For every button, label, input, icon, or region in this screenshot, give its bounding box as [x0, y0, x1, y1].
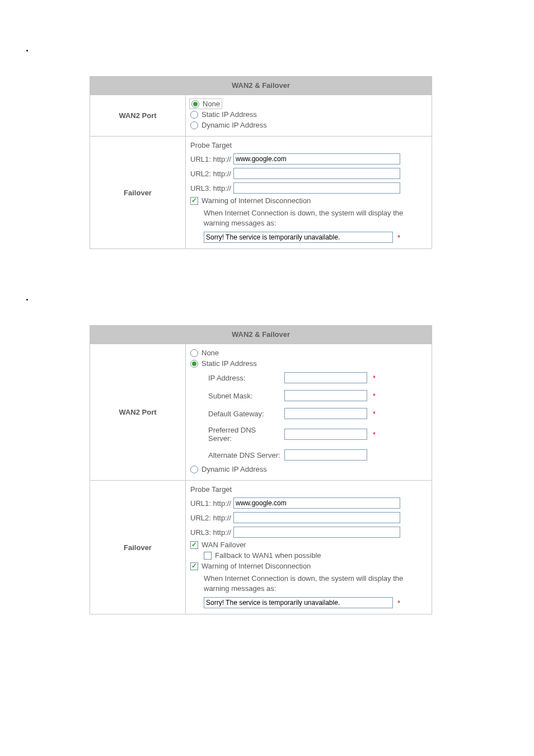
- preferred-dns-label: Preferred DNS Server:: [208, 426, 281, 443]
- wan2-port-row: WAN2 Port None Static IP Address IP Addr…: [90, 344, 432, 480]
- wan2-none-label: None: [202, 349, 219, 357]
- default-gateway-label: Default Gateway:: [208, 410, 281, 418]
- required-asterisk: *: [373, 392, 376, 400]
- ip-address-input[interactable]: [284, 372, 367, 383]
- probe-target-label: Probe Target: [190, 140, 427, 152]
- wan-failover-label: WAN Failover: [202, 541, 246, 549]
- warn-desc-text: When Internet Connection is down, the sy…: [190, 571, 427, 595]
- subnet-mask-input[interactable]: [284, 390, 367, 401]
- warn-disconnect-label: Warning of Internet Disconnection: [202, 196, 311, 205]
- failover-row: Failover Probe Target URL1: http:// URL2…: [90, 480, 432, 614]
- wan2-dynamic-label: Dynamic IP Address: [202, 465, 267, 473]
- required-asterisk: *: [397, 599, 400, 607]
- wan2-static-radio[interactable]: [190, 360, 198, 368]
- default-gateway-input[interactable]: [284, 408, 367, 419]
- fallback-wan1-checkbox[interactable]: [204, 552, 212, 560]
- wan2-failover-panel-2: WAN2 & Failover WAN2 Port None Static IP…: [90, 325, 432, 614]
- warn-message-input[interactable]: [204, 232, 393, 243]
- url1-input[interactable]: [233, 153, 400, 165]
- wan2-dynamic-radio[interactable]: [190, 466, 198, 473]
- preferred-dns-input[interactable]: [284, 429, 367, 440]
- wan2-port-row: WAN2 Port None Static IP Address Dynamic…: [90, 95, 432, 136]
- warn-disconnect-checkbox[interactable]: [190, 562, 198, 570]
- alternate-dns-input[interactable]: [284, 449, 367, 461]
- panel-title: WAN2 & Failover: [90, 77, 432, 95]
- wan2-port-label: WAN2 Port: [90, 344, 186, 480]
- url2-label: URL2: http://: [190, 170, 231, 178]
- failover-label: Failover: [90, 481, 186, 614]
- alternate-dns-label: Alternate DNS Server:: [208, 451, 281, 459]
- panel-title: WAN2 & Failover: [90, 326, 432, 344]
- url3-input[interactable]: [233, 182, 400, 194]
- wan-failover-checkbox[interactable]: [190, 541, 198, 549]
- warn-disconnect-checkbox[interactable]: [190, 197, 198, 205]
- url3-input[interactable]: [233, 527, 400, 538]
- wan2-static-label: Static IP Address: [202, 110, 257, 119]
- failover-row: Failover Probe Target URL1: http:// URL2…: [90, 136, 432, 248]
- wan2-dynamic-radio[interactable]: [190, 121, 198, 129]
- required-asterisk: *: [373, 374, 376, 382]
- warn-desc-text: When Internet Connection is down, the sy…: [190, 206, 427, 230]
- url1-input[interactable]: [233, 497, 400, 509]
- url2-label: URL2: http://: [190, 514, 231, 522]
- warn-disconnect-label: Warning of Internet Disconnection: [202, 562, 311, 570]
- wan2-none-radio[interactable]: [191, 100, 199, 108]
- warn-message-input[interactable]: [204, 597, 393, 608]
- url2-input[interactable]: [233, 512, 400, 523]
- failover-label: Failover: [90, 137, 186, 248]
- url3-label: URL3: http://: [190, 184, 231, 192]
- required-asterisk: *: [397, 233, 400, 242]
- wan2-none-label: None: [203, 100, 220, 108]
- probe-target-label: Probe Target: [190, 484, 427, 496]
- url3-label: URL3: http://: [190, 528, 231, 537]
- wan2-static-radio[interactable]: [190, 111, 198, 119]
- url1-label: URL1: http://: [190, 155, 231, 163]
- required-asterisk: *: [373, 430, 376, 439]
- ip-address-label: IP Address:: [208, 374, 281, 382]
- wan2-failover-panel-1: WAN2 & Failover WAN2 Port None Static IP…: [90, 76, 432, 249]
- url1-label: URL1: http://: [190, 499, 231, 508]
- url2-input[interactable]: [233, 168, 400, 179]
- wan2-port-label: WAN2 Port: [90, 95, 186, 136]
- subnet-mask-label: Subnet Mask:: [208, 392, 281, 400]
- wan2-dynamic-label: Dynamic IP Address: [202, 121, 267, 129]
- wan2-none-radio[interactable]: [190, 349, 198, 357]
- required-asterisk: *: [373, 410, 376, 418]
- fallback-wan1-label: Fallback to WAN1 when possible: [215, 551, 321, 560]
- wan2-static-label: Static IP Address: [202, 359, 257, 368]
